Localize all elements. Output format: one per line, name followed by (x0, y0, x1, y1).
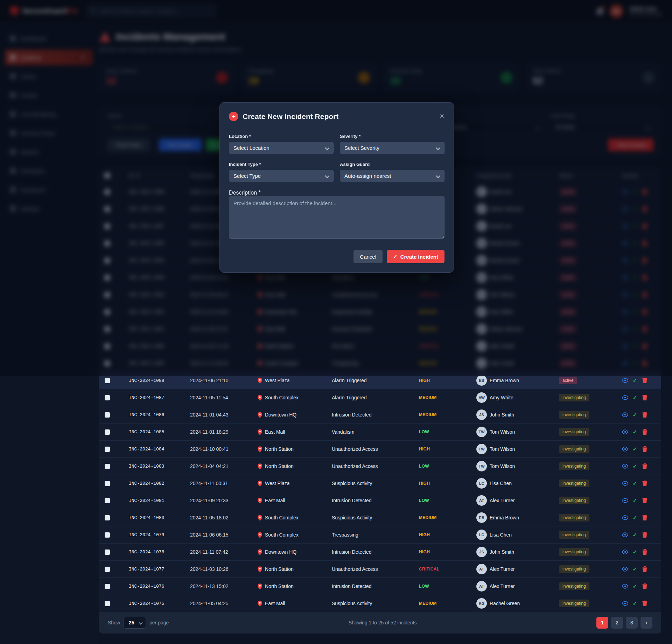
resolve-check-icon[interactable]: ✓ (632, 446, 638, 452)
table-row[interactable]: INC-2024-1079 2024-11-06 06:15 South Com… (99, 526, 661, 543)
resolve-check-icon[interactable]: ✓ (632, 412, 638, 418)
row-checkbox[interactable] (105, 498, 110, 503)
guard-name: Emma Brown (490, 515, 519, 520)
row-checkbox[interactable] (105, 481, 110, 486)
incident-timestamp: 2024-11-01 04:43 (182, 412, 249, 418)
incident-type-select[interactable]: Select Type (229, 170, 334, 182)
table-row[interactable]: INC-2024-1080 2024-11-05 18:02 South Com… (99, 509, 661, 526)
table-row[interactable]: INC-2024-1081 2024-11-09 20:33 East Mall… (99, 492, 661, 509)
status-badge: investigating (559, 394, 589, 401)
row-checkbox[interactable] (105, 464, 110, 469)
resolve-check-icon[interactable]: ✓ (632, 377, 638, 384)
page-size-select[interactable]: 25 (124, 617, 146, 629)
resolve-check-icon[interactable]: ✓ (632, 532, 638, 538)
row-checkbox[interactable] (105, 601, 110, 606)
resolve-check-icon[interactable]: ✓ (632, 463, 638, 469)
cancel-button[interactable]: Cancel (354, 250, 383, 263)
row-checkbox[interactable] (105, 532, 110, 538)
delete-trash-icon[interactable] (642, 480, 648, 486)
delete-trash-icon[interactable] (642, 497, 648, 504)
incident-timestamp: 2024-11-05 11:54 (182, 395, 249, 400)
resolve-check-icon[interactable]: ✓ (632, 566, 638, 572)
location-select[interactable]: Select Location (229, 142, 334, 154)
resolve-check-icon[interactable]: ✓ (632, 497, 638, 504)
delete-trash-icon[interactable] (642, 446, 648, 452)
view-icon[interactable] (622, 532, 628, 538)
delete-trash-icon[interactable] (642, 429, 648, 435)
table-row[interactable]: INC-2024-1087 2024-11-05 11:54 South Com… (99, 389, 661, 406)
incident-id: INC-2024-1082 (120, 481, 182, 486)
view-icon[interactable] (622, 549, 628, 555)
delete-trash-icon[interactable] (642, 583, 648, 589)
resolve-check-icon[interactable]: ✓ (632, 429, 638, 435)
row-checkbox[interactable] (105, 447, 110, 452)
resolve-check-icon[interactable]: ✓ (632, 549, 638, 555)
row-checkbox[interactable] (105, 584, 110, 589)
status-badge: investigating (559, 514, 589, 522)
row-checkbox[interactable] (105, 412, 110, 418)
row-checkbox[interactable] (105, 515, 110, 520)
delete-trash-icon[interactable] (642, 377, 648, 384)
resolve-check-icon[interactable]: ✓ (632, 514, 638, 521)
page-button[interactable]: 2 (611, 617, 623, 629)
view-icon[interactable] (622, 480, 628, 486)
row-checkbox[interactable] (105, 429, 110, 435)
close-icon[interactable]: ✕ (440, 113, 444, 120)
table-row[interactable]: INC-2024-1082 2024-11-11 00:31 West Plaz… (99, 475, 661, 492)
view-icon[interactable] (622, 497, 628, 504)
resolve-check-icon[interactable]: ✓ (632, 583, 638, 589)
incident-severity: MEDIUM (411, 601, 468, 606)
delete-trash-icon[interactable] (642, 566, 648, 572)
view-icon[interactable] (622, 446, 628, 452)
view-icon[interactable] (622, 514, 628, 521)
incident-timestamp: 2024-11-05 18:02 (182, 515, 249, 520)
row-checkbox[interactable] (105, 567, 110, 572)
incident-id: INC-2024-1087 (120, 395, 182, 400)
next-page-chevron-icon[interactable]: › (640, 617, 652, 629)
row-checkbox[interactable] (105, 395, 110, 400)
view-icon[interactable] (622, 412, 628, 418)
view-icon[interactable] (622, 583, 628, 589)
incident-severity: HIGH (411, 481, 468, 486)
incident-timestamp: 2024-11-01 18:29 (182, 429, 249, 435)
table-row[interactable]: INC-2024-1077 2024-11-03 10:26 North Sta… (99, 560, 661, 578)
delete-trash-icon[interactable] (642, 394, 648, 401)
severity-select[interactable]: Select Severity (340, 142, 444, 154)
row-checkbox[interactable] (105, 550, 110, 555)
delete-trash-icon[interactable] (642, 412, 648, 418)
delete-trash-icon[interactable] (642, 514, 648, 521)
page-button[interactable]: 1 (596, 617, 608, 629)
table-row[interactable]: INC-2024-1075 2024-11-05 04:25 East Mall… (99, 595, 661, 612)
create-incident-modal: + Create New Incident Report ✕ Location … (219, 102, 454, 273)
table-row[interactable]: INC-2024-1086 2024-11-01 04:43 Downtown … (99, 406, 661, 423)
table-row[interactable]: INC-2024-1083 2024-11-04 04:21 North Sta… (99, 457, 661, 475)
delete-trash-icon[interactable] (642, 463, 648, 469)
resolve-check-icon[interactable]: ✓ (632, 394, 638, 401)
view-icon[interactable] (622, 429, 628, 435)
incident-id: INC-2024-1080 (120, 515, 182, 520)
assign-guard-select[interactable]: Auto-assign nearest (340, 170, 444, 182)
delete-trash-icon[interactable] (642, 600, 648, 607)
page-button[interactable]: 3 (626, 617, 638, 629)
create-incident-submit-button[interactable]: ✓ Create Incident (387, 250, 444, 263)
incident-type-field-label: Incident Type * (229, 162, 334, 167)
location-pin-icon (258, 378, 262, 384)
view-icon[interactable] (622, 377, 628, 384)
description-textarea[interactable] (229, 196, 444, 239)
table-row[interactable]: INC-2024-1084 2024-11-10 00:41 North Sta… (99, 440, 661, 457)
incident-id: INC-2024-1081 (120, 498, 182, 503)
table-row[interactable]: INC-2024-1076 2024-11-13 15:02 North Sta… (99, 578, 661, 595)
incident-timestamp: 2024-11-09 20:33 (182, 498, 249, 503)
view-icon[interactable] (622, 463, 628, 469)
resolve-check-icon[interactable]: ✓ (632, 600, 638, 607)
resolve-check-icon[interactable]: ✓ (632, 480, 638, 486)
table-row[interactable]: INC-2024-1085 2024-11-01 18:29 East Mall… (99, 423, 661, 440)
status-badge: investigating (559, 462, 589, 470)
view-icon[interactable] (622, 566, 628, 572)
delete-trash-icon[interactable] (642, 549, 648, 555)
table-row[interactable]: INC-2024-1078 2024-11-11 07:42 Downtown … (99, 543, 661, 560)
view-icon[interactable] (622, 600, 628, 607)
delete-trash-icon[interactable] (642, 532, 648, 538)
view-icon[interactable] (622, 394, 628, 401)
row-checkbox[interactable] (105, 378, 110, 383)
